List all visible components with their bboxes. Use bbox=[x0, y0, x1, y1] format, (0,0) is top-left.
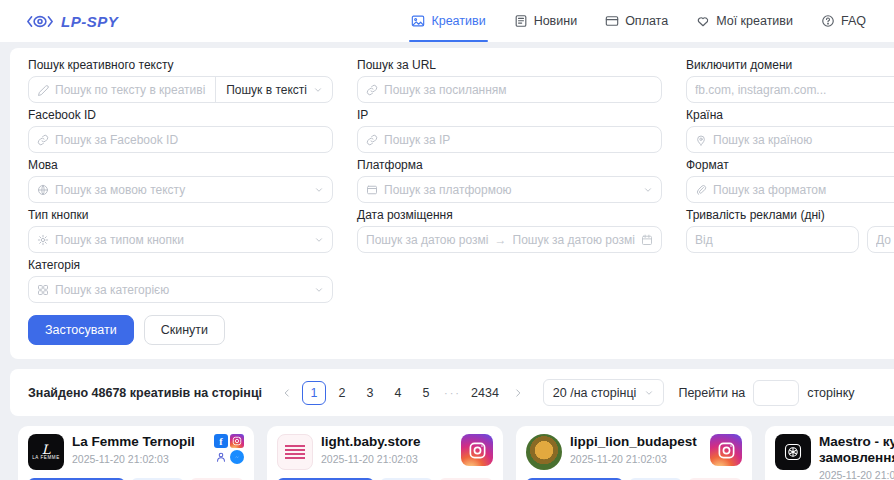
exclude-domains-input[interactable] bbox=[695, 83, 894, 97]
page-button-2[interactable]: 2 bbox=[330, 381, 354, 405]
maestro-logo bbox=[783, 442, 803, 462]
main-nav: Креативи Новини Оплата Мої креативи bbox=[411, 0, 866, 42]
nav-item-news[interactable]: Новини bbox=[514, 0, 578, 42]
filter-ad-duration: Тривалість реклами (дні) bbox=[686, 208, 894, 253]
gear-icon bbox=[37, 234, 49, 246]
creative-card[interactable]: lippi_lion_budapest 2025-11-20 21:02:03 … bbox=[516, 426, 752, 480]
ip-input[interactable] bbox=[384, 133, 653, 147]
instagram-icon[interactable] bbox=[461, 434, 493, 466]
page-size-select[interactable]: 20 /на сторінці bbox=[543, 379, 665, 406]
creative-timestamp: 2025-11-20 21:02:03 bbox=[321, 453, 453, 465]
results-summary: Знайдено 48678 креативів на сторінці bbox=[28, 386, 262, 400]
nav-label: Мої креативи bbox=[716, 14, 793, 28]
translate-icon bbox=[37, 184, 49, 196]
creative-card[interactable]: light.baby.store 2025-11-20 21:02:03 3 d… bbox=[267, 426, 503, 480]
instagram-icon[interactable] bbox=[710, 434, 742, 466]
page-button-3[interactable]: 3 bbox=[358, 381, 382, 405]
field-label: Мова bbox=[28, 158, 333, 172]
creative-card[interactable]: Maestro - кухні, меблі на замовлення в У… bbox=[765, 426, 894, 480]
page-button-last[interactable]: 2434 bbox=[467, 381, 503, 405]
link-icon bbox=[366, 84, 378, 96]
filter-url: Пошук за URL bbox=[357, 58, 662, 103]
goto-page: Перейти на сторінку bbox=[678, 380, 854, 406]
nav-label: Креативи bbox=[431, 14, 485, 28]
advertiser-name: La Femme Ternopil bbox=[72, 434, 206, 450]
image-icon bbox=[411, 14, 425, 28]
nav-item-payment[interactable]: Оплата bbox=[605, 0, 668, 42]
grid-icon bbox=[37, 284, 49, 296]
filter-placement-date: Дата розміщення → bbox=[357, 208, 662, 253]
question-circle-icon bbox=[821, 14, 835, 28]
facebook-id-input[interactable] bbox=[55, 133, 324, 147]
chevron-down-icon[interactable] bbox=[643, 185, 653, 195]
format-input[interactable] bbox=[713, 183, 894, 197]
chevron-down-icon bbox=[313, 85, 323, 95]
apply-button[interactable]: Застосувати bbox=[28, 315, 134, 345]
filter-platform: Платформа bbox=[357, 158, 662, 203]
profile-icon[interactable] bbox=[214, 450, 228, 464]
platform-icon bbox=[366, 184, 378, 196]
date-to-input[interactable] bbox=[513, 233, 636, 247]
top-navigation-bar: LP-SPY Креативи Новини Оплата bbox=[0, 0, 894, 42]
logo[interactable]: LP-SPY bbox=[26, 13, 118, 30]
date-from-input[interactable] bbox=[366, 233, 489, 247]
url-input[interactable] bbox=[384, 83, 653, 97]
goto-page-input[interactable] bbox=[753, 380, 799, 406]
page-button-4[interactable]: 4 bbox=[386, 381, 410, 405]
duration-to-input[interactable] bbox=[876, 233, 894, 247]
filter-format: Формат bbox=[686, 158, 894, 203]
nav-item-faq[interactable]: FAQ bbox=[821, 0, 866, 42]
avatar: L LA FEMME bbox=[28, 434, 64, 470]
goto-page-label: Перейти на bbox=[678, 386, 745, 400]
chevron-down-icon[interactable] bbox=[314, 185, 324, 195]
avatar-text: LA FEMME bbox=[32, 455, 60, 460]
creative-timestamp: 2025-11-20 21:02:03 bbox=[72, 453, 206, 465]
instagram-icon[interactable] bbox=[230, 434, 244, 448]
language-input[interactable] bbox=[55, 183, 308, 197]
field-label: Тип кнопки bbox=[28, 208, 333, 222]
platform-input[interactable] bbox=[384, 183, 637, 197]
avatar bbox=[526, 434, 562, 470]
filter-language: Мова bbox=[28, 158, 333, 203]
category-input[interactable] bbox=[55, 283, 308, 297]
duration-from-input[interactable] bbox=[695, 233, 850, 247]
field-label: Країна bbox=[686, 108, 894, 122]
filter-button-type: Тип кнопки bbox=[28, 208, 333, 253]
field-label: Пошук креативного тексту bbox=[28, 58, 333, 72]
field-label: Пошук за URL bbox=[357, 58, 662, 72]
pagination-ellipsis[interactable]: ··· bbox=[442, 387, 463, 399]
nav-item-creatives[interactable]: Креативи bbox=[411, 0, 485, 42]
field-label: Дата розміщення bbox=[357, 208, 662, 222]
results-bar: Знайдено 48678 креативів на сторінці 1 2… bbox=[10, 369, 894, 416]
text-search-mode-select[interactable]: Пошук в тексті bbox=[215, 77, 332, 102]
field-label: Тривалість реклами (дні) bbox=[686, 208, 894, 222]
filters-panel: Пошук креативного тексту Пошук в тексті … bbox=[10, 48, 894, 359]
filter-ip: IP bbox=[357, 108, 662, 153]
eye-logo-icon bbox=[26, 13, 54, 30]
creative-card[interactable]: L LA FEMME La Femme Ternopil 2025-11-20 … bbox=[18, 426, 254, 480]
page: LP-SPY Креативи Новини Оплата bbox=[0, 0, 894, 480]
pencil-icon bbox=[37, 84, 49, 96]
next-page-button[interactable] bbox=[507, 381, 529, 405]
page-button-1[interactable]: 1 bbox=[302, 381, 326, 405]
country-input[interactable] bbox=[713, 133, 894, 147]
text-search-mode-value: Пошук в тексті bbox=[226, 83, 307, 97]
filter-category: Категорія bbox=[28, 258, 333, 303]
nav-item-my-creatives[interactable]: Мої креативи bbox=[696, 0, 793, 42]
chevron-down-icon[interactable] bbox=[314, 235, 324, 245]
page-button-5[interactable]: 5 bbox=[414, 381, 438, 405]
filter-exclude-domains: Виключити домени bbox=[686, 58, 894, 103]
prev-page-button[interactable] bbox=[276, 381, 298, 405]
messenger-icon[interactable] bbox=[230, 450, 244, 464]
reset-button[interactable]: Скинути bbox=[144, 315, 225, 345]
chevron-down-icon[interactable] bbox=[314, 285, 324, 295]
avatar bbox=[277, 434, 313, 470]
advertiser-name: Maestro - кухні, меблі на замовлення в У… bbox=[819, 434, 894, 466]
calendar-icon[interactable] bbox=[641, 234, 653, 246]
facebook-icon[interactable] bbox=[214, 434, 228, 448]
creative-text-input[interactable] bbox=[55, 83, 209, 97]
paperclip-icon bbox=[695, 184, 707, 196]
link-icon bbox=[366, 134, 378, 146]
button-type-input[interactable] bbox=[55, 233, 308, 247]
creative-timestamp: 2025-11-20 21:02:03 bbox=[570, 453, 702, 465]
